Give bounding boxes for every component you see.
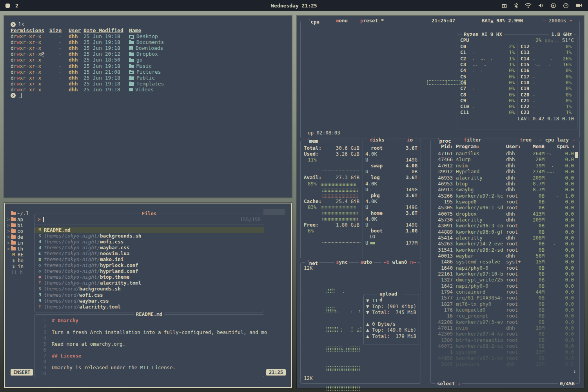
tree-item[interactable]: > de (7, 234, 34, 240)
proc-select-control[interactable]: select ↓ (436, 381, 462, 387)
process-row[interactable]: 45266 kworker/u97:2-kc root 0B ⠄ 1.0 (431, 192, 579, 198)
proc-sort-column[interactable]: Cpu% ↑ (557, 143, 579, 149)
proc-sort-switcher[interactable]: ← cpu lazy → (538, 137, 576, 143)
menu-button[interactable]: menu (334, 18, 349, 24)
shell-prompt-empty[interactable]: ❯ (11, 93, 285, 98)
process-row[interactable]: 1827 mt76-tx phy0 root 0B 0.0 (431, 301, 579, 307)
proc-scrollbar[interactable] (575, 152, 578, 158)
process-row[interactable]: 44889 kworker/u96:0-gf root 0B 0.0 (431, 229, 579, 234)
process-row[interactable]: 46913 swaybg dhh 8.7M 0.0 (431, 187, 579, 192)
file-name[interactable]: Public (129, 75, 155, 81)
proc-tree-button[interactable]: tree (518, 137, 533, 143)
picker-file-row[interactable]: $ themes/nord/ backgrounds.sh (34, 286, 264, 292)
file-name[interactable]: Downloads (129, 45, 163, 51)
process-row[interactable]: 40013 waybar dhh 58M 0.0 (431, 253, 579, 259)
gauge-icon[interactable] (563, 3, 569, 9)
process-row[interactable]: 176 kcompactd0 root 0B 0.0 (431, 307, 579, 313)
picker-file-row[interactable]: ◐ themes/tokyo-night/ neovim.lua (34, 250, 264, 256)
picker-file-row[interactable]: ● themes/tokyo-night/ btop.theme (34, 274, 264, 280)
file-name[interactable]: go (129, 57, 143, 63)
tree-item[interactable]: $ in (7, 263, 34, 269)
process-row[interactable]: 195 kswapd0 root 0B 0.0 (431, 199, 579, 205)
file-name[interactable]: Dropbox (129, 51, 158, 57)
file-name[interactable]: Videos (129, 87, 154, 93)
process-row[interactable]: 1794 containerd root 44M 0.0 (431, 289, 579, 295)
battery-icon[interactable] (575, 3, 583, 8)
process-row[interactable]: 45263 kworker/14:2-eve root 0B ⠄ 0.6 (431, 241, 579, 247)
net-auto-button[interactable]: auto (359, 259, 374, 265)
process-row[interactable]: 47011 nvim dhh 10M 0.0 (431, 325, 579, 331)
picker-file-row[interactable]: T themes/tokyo-night/ alacritty.toml (34, 280, 264, 286)
tree-item[interactable]: (1 h (7, 269, 34, 275)
update-interval[interactable]: − 2000ms + (541, 18, 574, 24)
proc-box-title[interactable]: ⁴proc (436, 137, 453, 144)
process-row[interactable]: 1 systemd root 13M 0.0 (431, 349, 579, 355)
tree-item[interactable]: > co (7, 228, 34, 234)
preset-button[interactable]: preset * (359, 18, 385, 24)
process-row[interactable]: 39912 Hyprland dhh 274M ⠤⠤⠄ 0.0 (431, 169, 579, 174)
io-title[interactable]: io (405, 137, 414, 143)
file-name[interactable]: Documents (129, 39, 164, 45)
file-type-icon (129, 76, 134, 80)
process-row[interactable]: 47466 slurp dhh 28M 0.0 (431, 156, 579, 162)
process-row[interactable]: 47161 nautilus dhh 264M ⠒⠄ 0.0 (431, 151, 579, 156)
cpu-box-title[interactable]: ¹cpu (307, 18, 321, 25)
process-row[interactable]: 16 rcu_preempt root 0B 0.0 (431, 313, 579, 319)
process-row[interactable]: 31541 kworker/u96:2-sd root 0B 0.0 (431, 247, 579, 253)
file-date: 25 Jun 19:18 (83, 75, 129, 81)
file-name[interactable]: Templates (129, 81, 164, 87)
disks-title[interactable]: disks (368, 137, 386, 143)
process-row[interactable]: 1577 irq/81-PIXA3854: root 0B 0.0 (431, 295, 579, 301)
picker-file-row[interactable]: ∃ themes/tokyo-night/ waybar.css (34, 245, 264, 250)
picker-file-row[interactable]: ◇ themes/tokyo-night/ hyprland.conf (34, 268, 264, 274)
process-row[interactable]: 45730 alacritty dhh 209M 0.0 (431, 217, 579, 223)
process-row[interactable]: 42309 kworker/u97:4-kv root 0B 0.0 (431, 331, 579, 337)
tree-item[interactable]: ~/.l (7, 211, 34, 216)
process-row[interactable]: 45414 alacritty dhh 208M 0.0 (431, 235, 579, 241)
wifi-icon[interactable] (525, 3, 532, 8)
picker-file-row[interactable]: T themes/nord/ alacritty.toml (34, 304, 264, 310)
mem-box-title[interactable]: ²mem (305, 137, 319, 144)
picker-file-row[interactable]: ∃ themes/nord/ waybar.css (34, 298, 264, 304)
tree-item[interactable]: $ bo (7, 258, 34, 263)
bluetooth-icon[interactable] (514, 3, 518, 9)
process-row[interactable]: 46072 kworker/u98:2-kc root 0B 0.0 (431, 343, 579, 349)
file-name[interactable]: Music (129, 63, 152, 69)
file-name[interactable]: Pictures (129, 69, 161, 75)
process-row[interactable]: 22161 kworker/u97:10-b root 0B 0.0 (431, 271, 579, 277)
process-row[interactable]: 40075 dropbox dhh 413M 0.0 (431, 211, 579, 216)
process-row[interactable]: 1380 btrfs-transactio root 0B 0.0 (431, 337, 579, 343)
proc-filter-button[interactable]: filter (462, 137, 483, 143)
process-row[interactable]: 1640 napi/phy0-0 root 0B 0.0 (431, 265, 579, 271)
process-row[interactable]: 47012 nvim dhh 39M ⠄ 0.0 (431, 163, 579, 169)
picker-file-row[interactable]: ∃ themes/tokyo-night/ wofi.css (34, 239, 264, 245)
tree-item[interactable]: > in (7, 240, 34, 246)
package-icon[interactable] (501, 3, 507, 9)
process-row[interactable]: 1486 systemd-resolve syst+ 15M 0.0 (431, 259, 579, 265)
picker-file-row[interactable]: M README.md (34, 227, 264, 233)
process-row[interactable]: 1642 napi/phy0-0 root 0B 0.0 (431, 283, 579, 289)
picker-file-row[interactable]: ◇ themes/tokyo-night/ hyprlock.conf (34, 262, 264, 268)
file-name[interactable]: Desktop (129, 33, 158, 39)
picker-file-row[interactable]: ∃ themes/nord/ wofi.css (34, 292, 264, 298)
tree-item[interactable]: > bi (7, 222, 34, 228)
process-row[interactable]: 3845 pipewire dhh 10M 0.5 (431, 361, 579, 367)
picker-file-row[interactable]: $ themes/tokyo-night/ backgrounds.sh (34, 233, 264, 239)
process-row[interactable]: 46933 alacritty dhh 209M 0.0 (431, 174, 579, 180)
process-row[interactable]: 46953 btop dhh 8.7M 0.0 (431, 181, 579, 187)
volume-icon[interactable] (538, 3, 544, 8)
chip-icon[interactable] (550, 3, 556, 9)
process-row[interactable]: 1327 dmcrypt_write/25 root 0B 0.0 (431, 277, 579, 283)
scroll-down-indicator[interactable]: ↓ (573, 368, 576, 374)
tree-item[interactable]: M RE (7, 252, 34, 258)
net-panel-title[interactable]: upload d (377, 291, 405, 303)
tree-item[interactable]: > ap (7, 216, 34, 222)
net-sync-button[interactable]: sync (334, 259, 349, 265)
process-row[interactable]: 45305 kworker/u96:1-sd root 0B 0.0 (431, 205, 579, 211)
net-interface-switcher[interactable]: ←b wlan0 n→ (382, 259, 417, 265)
picker-file-row[interactable]: ≡ themes/tokyo-night/ mako.ini (34, 256, 264, 262)
tree-item[interactable]: > th (7, 246, 34, 252)
process-row[interactable]: 44956 kworker/u97:1-kc root 0B 0.0 (431, 355, 579, 361)
process-row[interactable]: 43091 kworker/u96:3-co root 0B 0.0 (431, 223, 579, 229)
process-row[interactable]: 42208 kworker/u97:3-ev root 0B 0.0 (431, 319, 579, 325)
